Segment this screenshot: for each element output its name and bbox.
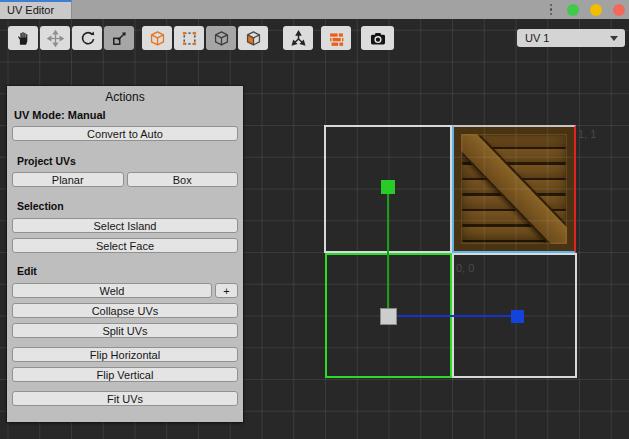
face-mode-button[interactable]: [206, 26, 236, 50]
gizmo-x-axis-line: [388, 315, 518, 317]
project-buttons-row: Planar Box: [12, 172, 238, 187]
weld-row: Weld +: [12, 283, 238, 298]
planar-button[interactable]: Planar: [12, 172, 124, 187]
face-fill-mode-button[interactable]: [238, 26, 268, 50]
filled-face-cube-icon: [245, 30, 262, 47]
rotate-icon: [79, 30, 96, 47]
flip-vertical-button[interactable]: Flip Vertical: [12, 367, 238, 382]
uv-mode-label: UV Mode: Manual: [12, 109, 238, 122]
flip-horizontal-button[interactable]: Flip Horizontal: [12, 347, 238, 362]
vertex-cube-icon: [149, 30, 166, 47]
uv-unit-label: 1, 1: [578, 128, 596, 140]
project-uvs-label: Project UVs: [12, 155, 238, 166]
camera-icon: [369, 30, 387, 47]
rotate-tool-button[interactable]: [72, 26, 102, 50]
collapse-uvs-button[interactable]: Collapse UVs: [12, 303, 238, 318]
weld-button[interactable]: Weld: [12, 283, 212, 298]
hand-icon: [15, 30, 32, 47]
edit-label: Edit: [12, 265, 238, 276]
tab-title: UV Editor: [7, 4, 54, 16]
fit-uvs-button[interactable]: Fit UVs: [12, 391, 238, 406]
uv-origin-label: 0, 0: [456, 262, 474, 274]
scene-gizmo-toggle-button[interactable]: [283, 26, 313, 50]
tool-group-navigation: [8, 26, 134, 50]
toolbar: UV 1: [0, 26, 629, 52]
window-controls: [546, 0, 625, 19]
scale-tool-button[interactable]: [104, 26, 134, 50]
convert-to-auto-button[interactable]: Convert to Auto: [12, 126, 238, 141]
tool-group-selection-mode: [142, 26, 268, 50]
rect-select-mode-button[interactable]: [174, 26, 204, 50]
gizmo-x-handle[interactable]: [511, 310, 524, 323]
screenshot-button[interactable]: [361, 26, 394, 50]
uv-channel-dropdown[interactable]: UV 1: [517, 29, 625, 47]
uv-island-texture-edges[interactable]: [452, 125, 576, 253]
select-face-button[interactable]: Select Face: [12, 238, 238, 253]
box-button[interactable]: Box: [127, 172, 239, 187]
spread-arrows-icon: [290, 30, 307, 47]
chevron-down-icon: [610, 36, 618, 41]
split-uvs-button[interactable]: Split UVs: [12, 323, 238, 338]
move-tool-button[interactable]: [40, 26, 70, 50]
kebab-menu-icon[interactable]: [546, 3, 556, 17]
actions-panel: Actions UV Mode: Manual Convert to Auto …: [7, 86, 243, 422]
select-island-button[interactable]: Select Island: [12, 218, 238, 233]
title-bar: UV Editor: [0, 0, 629, 19]
pan-tool-button[interactable]: [8, 26, 38, 50]
tab-uv-editor[interactable]: UV Editor: [0, 0, 72, 19]
bricks-icon: [328, 30, 345, 47]
dashed-rect-icon: [181, 30, 198, 47]
texture-mode-button[interactable]: [321, 26, 351, 50]
window-close-dot[interactable]: [613, 4, 625, 16]
selection-label: Selection: [12, 200, 238, 211]
gizmo-center-handle[interactable]: [380, 308, 397, 325]
panel-title: Actions: [12, 90, 238, 102]
window-minimize-dot[interactable]: [567, 4, 579, 16]
uv-channel-value: UV 1: [525, 32, 549, 44]
gizmo-y-axis-line: [387, 187, 389, 316]
move-icon: [47, 30, 64, 47]
uv-canvas[interactable]: 0, 0 1, 1: [0, 19, 629, 439]
scale-icon: [111, 30, 128, 47]
weld-options-button[interactable]: +: [215, 283, 238, 298]
wire-cube-icon: [213, 30, 230, 47]
gizmo-y-handle[interactable]: [381, 180, 395, 194]
vertex-mode-button[interactable]: [142, 26, 172, 50]
window-maximize-dot[interactable]: [590, 4, 602, 16]
